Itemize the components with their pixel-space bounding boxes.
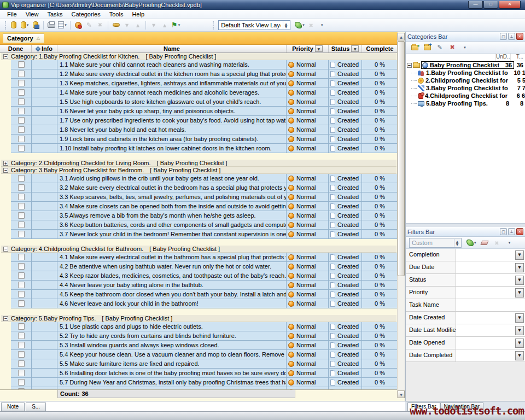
done-checkbox[interactable] [18, 89, 25, 96]
task-row[interactable]: 5.6 Installing door latches is one of th… [11, 369, 398, 378]
done-checkbox[interactable] [18, 231, 25, 237]
task-row[interactable]: 1.1 Make sure your child cannot reach cl… [11, 60, 398, 69]
task-row[interactable]: 4.5 Keep the bathroom door closed when y… [11, 290, 398, 299]
done-checkbox[interactable] [18, 323, 25, 330]
categories-pin-button[interactable]: ⊥ [508, 33, 515, 40]
task-row[interactable]: 5.7 During New Year and Christmas, insta… [11, 378, 398, 387]
scroll-up-icon[interactable]: ▲ [398, 33, 405, 40]
task-row[interactable]: 4.2 Be attentive when using bathtub wate… [11, 262, 398, 271]
toolbar-grip[interactable] [213, 21, 214, 30]
done-checkbox[interactable] [18, 332, 25, 339]
filter-preset-combo[interactable]: Custom ▲▼ [409, 238, 462, 248]
filter-value-field[interactable]: ▼ [456, 261, 525, 273]
filter-dropdown-icon[interactable]: ▼ [515, 276, 524, 285]
column-header-info[interactable]: Info [32, 45, 57, 52]
done-checkbox[interactable] [18, 291, 25, 298]
print-button[interactable] [46, 20, 57, 31]
filter-dropdown-icon[interactable]: ▼ [515, 263, 524, 272]
task-row[interactable]: 3.5 Always remove a bib from the baby's … [11, 211, 398, 220]
task-row[interactable]: 5.5 Make sure furniture items are fixed … [11, 359, 398, 369]
edit-category-button[interactable]: ✎ [434, 42, 445, 53]
scroll-down-icon[interactable]: ▼ [398, 390, 405, 398]
note-tab-s[interactable]: S... [26, 402, 46, 411]
tree-item-body[interactable]: 1.Baby Proofing Checklist fo10 [417, 69, 522, 77]
categories-overflow-button[interactable]: ▾ [459, 42, 470, 53]
tree-column-undone[interactable]: UnD... [495, 54, 510, 61]
done-checkbox[interactable] [18, 212, 25, 219]
task-row[interactable]: 1.2 Make sure every electrical outlet in… [11, 69, 398, 79]
tree-item[interactable]: 5.Baby Proofing Tips.88 [406, 100, 525, 107]
category-group-row[interactable]: +Category: 2.Childproofing Checklist for… [1, 160, 396, 167]
task-row[interactable]: 3.2 Make sure every electrical outlet in… [11, 183, 398, 192]
column-header-done[interactable]: Done [0, 45, 32, 52]
filter-value-field[interactable]: ▼ [456, 287, 525, 299]
task-row[interactable]: 3.3 Keep scarves, belts, ties, small jew… [11, 192, 398, 202]
maximize-button[interactable]: □ [483, 1, 498, 9]
toolbar-grip[interactable] [5, 21, 7, 30]
menu-help[interactable]: Help [128, 10, 148, 18]
filter-dropdown-icon[interactable]: ▼ [515, 351, 524, 360]
expand-icon[interactable]: + [3, 161, 8, 166]
task-row[interactable]: 5.2 Try to hide any cords from curtains … [11, 331, 398, 341]
task-row[interactable]: 1.5 Use high cupboards to store kitchen … [11, 97, 398, 107]
new-task-button[interactable] [73, 20, 84, 31]
done-checkbox[interactable] [18, 254, 25, 260]
print-preview-button[interactable]: ▾ [57, 20, 68, 31]
collapse-icon[interactable]: − [3, 54, 8, 59]
column-header-name[interactable]: Name [57, 45, 287, 52]
menu-categories[interactable]: Categories [68, 10, 104, 18]
tree-item[interactable]: 3.Baby Proofing Checklist fo77 [406, 84, 525, 92]
menu-file[interactable]: File [3, 10, 21, 18]
done-checkbox[interactable] [18, 194, 25, 200]
note-tab-note[interactable]: Note [1, 402, 25, 411]
done-checkbox[interactable] [18, 80, 25, 86]
filter-dropdown-icon[interactable]: ▼ [515, 313, 524, 323]
tree-item[interactable]: 1.Baby Proofing Checklist fo1010 [406, 69, 525, 77]
task-row[interactable]: 4.1 Make sure every electrical outlet in… [11, 253, 398, 262]
done-checkbox[interactable] [18, 221, 25, 228]
task-row[interactable]: 1.9 Lock bins and cabinets in the kitche… [11, 135, 398, 144]
new-subcategory-button[interactable] [422, 42, 433, 53]
open-database-button[interactable]: ▾ [19, 20, 30, 31]
tree-item-body[interactable]: 3.Baby Proofing Checklist fo7 [417, 84, 522, 92]
task-row[interactable]: 5.1 Use plastic caps and plugs to hide e… [11, 322, 398, 331]
task-row[interactable]: 1.3 Keep matches, cigarettes, lighters, … [11, 79, 398, 88]
tree-item-body[interactable]: 4.Childproofing Checklist for6 [417, 92, 522, 100]
filter-dropdown-icon[interactable]: ▼ [515, 288, 524, 298]
done-checkbox[interactable] [18, 342, 25, 348]
grid-vertical-scrollbar[interactable]: ▲ ▼ [397, 33, 405, 398]
toolbar-overflow-button[interactable]: ▾ [317, 20, 328, 31]
tree-item-body[interactable]: Baby Proofing Checklist36 [421, 61, 514, 69]
tree-column-total[interactable]: T... [510, 54, 525, 61]
filter-dropdown-icon[interactable]: ▼ [515, 339, 524, 348]
done-checkbox[interactable] [18, 351, 25, 358]
minimize-button[interactable]: — [468, 1, 483, 9]
complete-task-button[interactable] [110, 20, 121, 31]
clear-filter-button[interactable] [479, 237, 490, 248]
move-down-button[interactable] [121, 20, 132, 31]
filter-value-field[interactable]: ▼ [456, 312, 525, 324]
tree-item-body[interactable]: 5.Baby Proofing Tips.8 [417, 100, 511, 107]
task-row[interactable]: 4.4 Never leave your baby sitting alone … [11, 281, 398, 290]
menu-view[interactable]: View [22, 10, 43, 18]
categories-restore-button[interactable]: ▢ [500, 33, 507, 40]
move-to-bottom-button[interactable] [148, 20, 159, 31]
done-checkbox[interactable] [18, 61, 25, 68]
column-header-status[interactable]: Status ▼ [329, 45, 362, 52]
filters-pin-button[interactable]: ⊥ [508, 228, 515, 235]
delete-layout-button[interactable] [306, 20, 317, 31]
done-checkbox[interactable] [18, 203, 25, 209]
done-checkbox[interactable] [18, 145, 25, 151]
save-database-button[interactable] [30, 20, 41, 31]
filter-value-field[interactable]: ▼ [456, 337, 525, 349]
filter-value-field[interactable] [456, 299, 525, 311]
collapse-icon[interactable]: − [407, 63, 412, 68]
delete-task-button[interactable] [95, 20, 106, 31]
done-checkbox[interactable] [18, 272, 25, 279]
priority-filter-button[interactable]: ▼ [315, 45, 323, 52]
filter-value-field[interactable]: ▼ [456, 274, 525, 286]
edit-task-button[interactable] [84, 20, 95, 31]
done-checkbox[interactable] [18, 117, 25, 124]
task-row[interactable]: 3.4 Make sure closets can be opened both… [11, 202, 398, 211]
category-group-row[interactable]: −Category: 3.Baby Proofing Checklist for… [1, 167, 396, 174]
